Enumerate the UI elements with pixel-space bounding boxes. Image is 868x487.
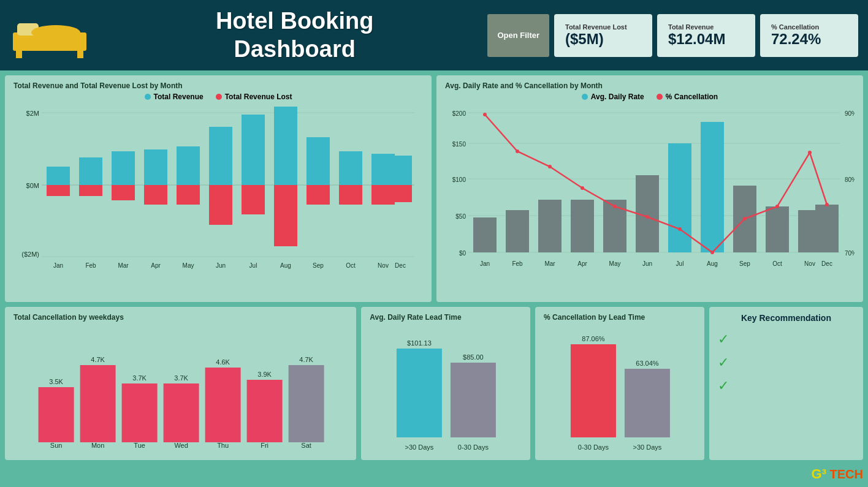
- svg-rect-12: [47, 185, 70, 196]
- svg-text:Dec: Dec: [821, 260, 832, 267]
- svg-rect-38: [339, 151, 362, 185]
- open-filter-button[interactable]: Open Filter: [487, 14, 549, 57]
- svg-point-93: [775, 205, 779, 208]
- svg-point-2: [31, 25, 80, 40]
- svg-text:3.5K: 3.5K: [49, 378, 63, 385]
- legend-label-avg-rate: Avg. Daily Rate: [591, 92, 644, 101]
- svg-text:70%: 70%: [845, 250, 855, 257]
- legend-pct-cancellation: % Cancellation: [657, 92, 718, 101]
- svg-text:$101.13: $101.13: [407, 339, 432, 347]
- g3-logo: G³ TECH: [812, 466, 863, 482]
- logo: [10, 11, 89, 60]
- svg-text:87.06%: 87.06%: [582, 335, 605, 342]
- svg-rect-106: [164, 383, 199, 442]
- svg-rect-78: [766, 206, 789, 252]
- svg-text:Fri: Fri: [261, 442, 268, 449]
- revenue-chart-title: Total Revenue and Total Revenue Lost by …: [13, 81, 423, 90]
- legend-dot-revenue: [145, 94, 151, 100]
- svg-text:0-30 Days: 0-30 Days: [458, 444, 489, 451]
- cancel-lead-svg: 87.06% 0-30 Days 63.04% >30 Days: [544, 324, 696, 453]
- svg-text:3.9K: 3.9K: [257, 371, 272, 378]
- svg-text:0-30 Days: 0-30 Days: [578, 444, 609, 451]
- svg-text:Aug: Aug: [280, 262, 291, 269]
- legend-label-lost: Total Revenue Lost: [225, 92, 292, 101]
- dashboard-title: Hotel Booking Dashboard: [102, 7, 487, 63]
- stat-total-revenue-value: $12.04M: [668, 31, 744, 48]
- svg-point-87: [581, 186, 584, 190]
- svg-text:Oct: Oct: [772, 260, 782, 267]
- svg-rect-103: [122, 383, 158, 442]
- stat-revenue-lost-value: ($5M): [565, 31, 641, 48]
- svg-rect-24: [177, 185, 200, 205]
- main-content: Total Revenue and Total Revenue Lost by …: [0, 70, 868, 487]
- header-stats: Open Filter Total Revenue Lost ($5M) Tot…: [487, 14, 858, 57]
- legend-dot-avg-rate: [582, 94, 588, 100]
- svg-point-91: [710, 251, 714, 254]
- stat-revenue-lost-label: Total Revenue Lost: [565, 23, 641, 31]
- rec-check-1: ✓: [718, 331, 855, 347]
- legend-label-revenue: Total Revenue: [154, 92, 204, 101]
- weekday-cancellation-panel: Total Cancellation by weekdays 3.5K Sun …: [5, 307, 356, 460]
- svg-text:80%: 80%: [845, 176, 855, 183]
- svg-point-95: [825, 203, 829, 206]
- svg-rect-127: [625, 369, 670, 437]
- avg-rate-chart-panel: Avg. Daily Rate and % Cancellation by Mo…: [436, 75, 863, 302]
- avg-rate-svg: $200 $150 $100 $50 $0 90% 80% 70% Jan: [445, 104, 855, 281]
- svg-text:Jun: Jun: [642, 260, 652, 267]
- svg-point-90: [678, 227, 682, 231]
- svg-rect-30: [242, 185, 265, 214]
- svg-rect-20: [144, 149, 167, 185]
- recommendation-title: Key Recommendation: [718, 313, 855, 323]
- svg-rect-17: [112, 151, 135, 185]
- stat-total-revenue: Total Revenue $12.04M: [657, 14, 755, 57]
- svg-rect-66: [571, 200, 594, 252]
- svg-text:Sep: Sep: [739, 260, 750, 267]
- svg-text:Tue: Tue: [134, 442, 145, 449]
- svg-rect-121: [451, 363, 496, 437]
- svg-rect-14: [79, 157, 102, 185]
- weekday-chart-title: Total Cancellation by weekdays: [13, 313, 348, 322]
- revenue-chart-legend: Total Revenue Total Revenue Lost: [13, 92, 423, 101]
- svg-rect-97: [39, 387, 74, 442]
- svg-text:$200: $200: [452, 110, 466, 117]
- stat-cancellation: % Cancellation 72.24%: [760, 14, 858, 57]
- revenue-svg: $2M $0M ($2M) Jan Feb Mar: [13, 104, 423, 281]
- svg-text:>30 Days: >30 Days: [633, 444, 662, 451]
- stat-cancellation-value: 72.24%: [771, 31, 847, 48]
- avg-rate-legend: Avg. Daily Rate % Cancellation: [445, 92, 855, 101]
- stat-cancellation-label: % Cancellation: [771, 23, 847, 31]
- svg-rect-60: [473, 217, 497, 252]
- svg-rect-82: [815, 205, 839, 252]
- svg-rect-33: [274, 185, 297, 246]
- svg-rect-45: [389, 185, 412, 202]
- svg-text:Nov: Nov: [804, 260, 815, 267]
- svg-text:Wed: Wed: [174, 442, 188, 449]
- svg-text:Jan: Jan: [480, 260, 490, 267]
- rec-check-2: ✓: [718, 355, 855, 371]
- cancellation-lead-title: % Cancellation by Lead Time: [544, 313, 696, 322]
- header: Hotel Booking Dashboard Open Filter Tota…: [0, 0, 868, 70]
- svg-text:3.7K: 3.7K: [174, 374, 188, 382]
- svg-point-86: [548, 165, 552, 168]
- svg-point-94: [808, 151, 812, 154]
- svg-text:Sep: Sep: [313, 262, 324, 269]
- svg-text:Mon: Mon: [91, 442, 104, 449]
- svg-text:$2M: $2M: [26, 110, 39, 117]
- svg-rect-74: [701, 122, 724, 252]
- svg-point-84: [483, 113, 487, 116]
- legend-label-pct-cancel: % Cancellation: [666, 92, 718, 101]
- cancellation-lead-panel: % Cancellation by Lead Time 87.06% 0-30 …: [535, 307, 704, 460]
- svg-rect-64: [538, 200, 562, 252]
- svg-rect-118: [397, 349, 442, 437]
- legend-total-revenue: Total Revenue: [145, 92, 204, 101]
- svg-rect-44: [389, 156, 412, 185]
- svg-text:Thu: Thu: [217, 442, 229, 449]
- svg-text:$100: $100: [452, 176, 466, 183]
- svg-rect-112: [247, 380, 283, 442]
- svg-text:Apr: Apr: [577, 260, 587, 267]
- svg-text:Feb: Feb: [512, 260, 523, 267]
- svg-text:Jul: Jul: [676, 260, 684, 267]
- svg-rect-36: [306, 185, 330, 205]
- svg-rect-21: [144, 185, 167, 205]
- svg-rect-15: [79, 185, 102, 196]
